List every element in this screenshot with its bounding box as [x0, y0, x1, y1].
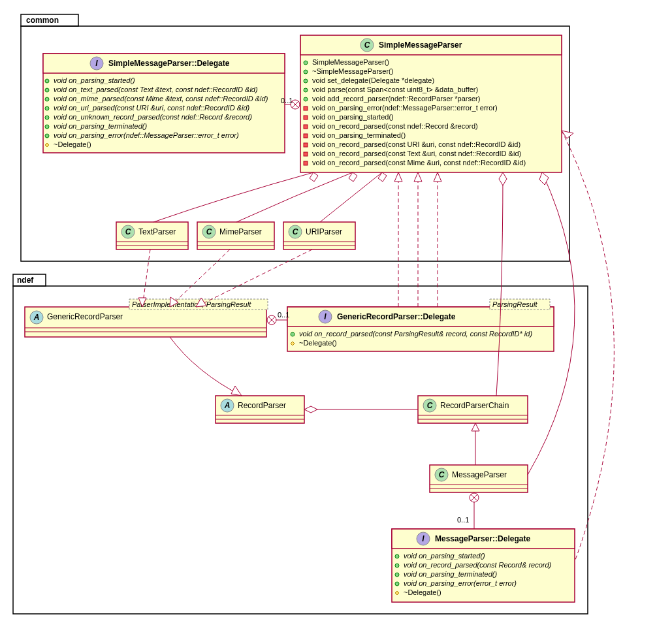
member: ~Delegate()	[299, 339, 337, 347]
member: void on_parsing_error(ndef::MessageParse…	[312, 104, 498, 112]
svg-rect-47	[25, 307, 266, 337]
class-textparser: C TextParser	[116, 222, 188, 249]
svg-text:C: C	[427, 401, 433, 410]
rel-smp-realize-grp-delegate-3	[434, 172, 441, 307]
member: void on_record_parsed(const Record& reco…	[404, 561, 552, 569]
member: void on_uri_parsed(const URI &uri, const…	[54, 104, 250, 112]
cardinality-label: 0..1	[281, 97, 293, 104]
member: SimpleMessageParser()	[312, 58, 389, 66]
member: void on_parsing_started()	[54, 76, 135, 84]
member: void on_record_parsed(const Text &uri, c…	[312, 150, 521, 157]
svg-point-19	[304, 70, 308, 74]
template-param: ParsingResult	[492, 300, 537, 308]
member: void on_parsing_terminated()	[312, 131, 406, 139]
class-smp: C SimpleMessageParser SimpleMessageParse…	[300, 35, 562, 172]
svg-point-6	[45, 79, 49, 83]
svg-point-81	[395, 573, 399, 577]
svg-text:C: C	[364, 40, 370, 50]
rel-chain-agg-recordparser	[304, 406, 418, 413]
class-grp-delegate: I GenericRecordParser::Delegate ParsingR…	[287, 299, 554, 351]
svg-point-11	[45, 125, 49, 129]
svg-marker-110	[499, 172, 507, 185]
uml-diagram: common I SimpleMessageParser::Delegate v…	[0, 0, 672, 623]
rel-mimeparser-realize-grp	[170, 249, 230, 307]
member: void parse(const Span<const uint8_t> &da…	[312, 86, 478, 93]
class-mimeparser: C MimeParser	[197, 222, 274, 249]
member: ~Delegate()	[404, 588, 441, 596]
class-title: RecordParserChain	[440, 401, 509, 410]
svg-text:C: C	[125, 227, 131, 236]
svg-point-20	[304, 79, 308, 83]
class-messageparser: C MessageParser	[430, 465, 528, 492]
member: void on_text_parsed(const Text &text, co…	[54, 86, 258, 93]
class-title: MessageParser::Delegate	[435, 534, 530, 543]
member: void add_record_parser(ndef::RecordParse…	[312, 95, 480, 103]
svg-rect-27	[304, 143, 308, 147]
rel-smp-agg-mimeparser	[236, 172, 357, 222]
svg-marker-100	[304, 406, 317, 413]
svg-marker-90	[378, 172, 387, 182]
svg-marker-112	[562, 131, 573, 138]
class-title: MessageParser	[452, 470, 507, 479]
package-common-label: common	[26, 16, 59, 25]
svg-point-82	[395, 582, 399, 586]
svg-marker-107	[394, 172, 402, 182]
class-recordparser: A RecordParser	[216, 396, 304, 423]
class-title: GenericRecordParser	[47, 312, 123, 321]
svg-marker-102	[472, 423, 479, 431]
svg-point-79	[395, 554, 399, 558]
svg-rect-28	[304, 152, 308, 156]
member: ~SimpleMessageParser()	[312, 67, 393, 75]
class-smp-delegate: I SimpleMessageParser::Delegate void on_…	[43, 54, 285, 153]
rel-textparser-realize-grp	[138, 249, 150, 307]
member: void on_record_parsed(const ndef::Record…	[312, 122, 478, 130]
class-title: URIParser	[306, 227, 342, 236]
rel-mp-has-delegate: 0..1	[457, 492, 479, 529]
class-title: SimpleMessageParser::Delegate	[108, 59, 230, 68]
cardinality-label: 0..1	[278, 311, 289, 319]
class-title: GenericRecordParser::Delegate	[337, 312, 456, 321]
rel-grp-has-delegate: 0..1	[266, 311, 289, 325]
svg-point-21	[304, 88, 308, 92]
member: void on_mime_parsed(const Mime &text, co…	[54, 95, 268, 103]
package-ndef-label: ndef	[17, 276, 34, 285]
member: void on_record_parsed(const URI &uri, co…	[312, 140, 520, 148]
rel-mp-gen-chain	[472, 423, 479, 465]
class-uriparser: C URIParser	[283, 222, 355, 249]
svg-point-8	[45, 97, 49, 101]
class-title: TextParser	[138, 227, 176, 236]
member: void on_record_parsed(const Mime &uri, c…	[312, 159, 526, 167]
svg-text:A: A	[33, 313, 40, 322]
member: void on_parsing_terminated()	[404, 570, 497, 578]
member: ~Delegate()	[54, 140, 91, 148]
class-mp-delegate: I MessageParser::Delegate void on_parsin…	[392, 529, 575, 602]
svg-point-7	[45, 88, 49, 92]
svg-marker-98	[231, 386, 242, 396]
rel-smp-realize-grp-delegate-1	[394, 172, 402, 307]
svg-point-22	[304, 97, 308, 101]
rel-grp-gen-recordparser	[170, 337, 242, 396]
member: void on_parsing_started()	[404, 552, 485, 560]
svg-point-18	[304, 61, 308, 65]
svg-rect-25	[304, 125, 308, 129]
svg-marker-88	[310, 172, 318, 182]
svg-marker-108	[414, 172, 422, 182]
svg-marker-109	[434, 172, 441, 182]
member: void on_parsing_error(error_t error)	[404, 579, 517, 587]
member: void on_parsing_error(ndef::MessageParse…	[54, 131, 239, 139]
svg-text:A: A	[224, 401, 231, 410]
svg-point-12	[45, 134, 49, 138]
svg-rect-23	[304, 106, 308, 110]
svg-rect-26	[304, 134, 308, 138]
cardinality-label: 0..1	[457, 516, 469, 524]
member: void on_unknown_record_parsed(const ndef…	[54, 113, 252, 121]
class-title: MimeParser	[219, 227, 262, 236]
class-recordparserchain: C RecordParserChain	[418, 396, 528, 423]
svg-text:C: C	[439, 470, 445, 479]
svg-point-58	[291, 332, 295, 336]
class-title: RecordParser	[238, 401, 286, 410]
member: void on_parsing_started()	[312, 113, 394, 121]
member: void set_delegate(Delegate *delegate)	[312, 76, 434, 84]
svg-rect-29	[304, 161, 308, 165]
rel-smp-agg-chain	[496, 172, 507, 396]
